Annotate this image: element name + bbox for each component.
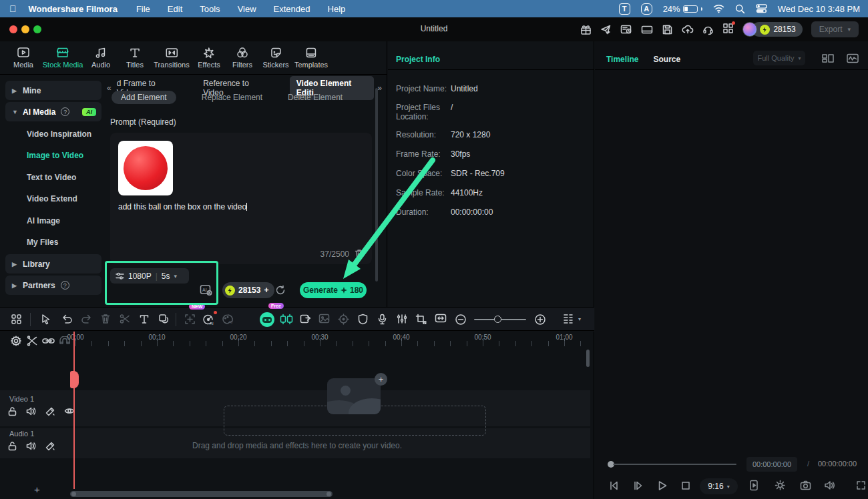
- crop-rotate-icon[interactable]: [415, 314, 427, 324]
- battery-indicator[interactable]: 24%: [663, 4, 702, 14]
- workspace-grid-icon[interactable]: [11, 314, 22, 325]
- save-icon[interactable]: [662, 24, 673, 35]
- touchbar-icon[interactable]: [641, 25, 653, 35]
- app-menu-title[interactable]: Wondershare Filmora: [29, 4, 118, 14]
- subtab-add-element[interactable]: Add Element: [112, 91, 176, 104]
- export-frame-icon[interactable]: [300, 314, 311, 324]
- tab-stickers[interactable]: Stickers: [262, 47, 288, 69]
- snapshot-camera-icon[interactable]: [800, 480, 811, 490]
- apps-grid-button[interactable]: [722, 23, 734, 37]
- menubar-clock[interactable]: Wed Dec 10 3:48 PM: [778, 4, 860, 14]
- portrait-preview-icon[interactable]: [749, 480, 758, 491]
- credits-balance[interactable]: 28153 +: [222, 282, 274, 298]
- ai-fit-icon[interactable]: [184, 314, 196, 325]
- add-media-plus-icon[interactable]: +: [375, 373, 387, 386]
- sidebar-item-ai-image[interactable]: AI Image: [27, 211, 60, 230]
- account-credits[interactable]: 28153: [742, 22, 802, 37]
- sidebar-item-video-extend[interactable]: Video Extend: [27, 189, 77, 208]
- tab-templates[interactable]: Templates: [294, 47, 328, 69]
- spotlight-search-icon[interactable]: [735, 4, 745, 14]
- apple-menu-icon[interactable]: : [9, 3, 17, 14]
- mask-shape-icon[interactable]: [158, 314, 170, 324]
- color-palette-ai-icon[interactable]: AI: [222, 314, 234, 325]
- ai-grid-icon[interactable]: [280, 314, 293, 325]
- gift-icon[interactable]: [580, 24, 592, 35]
- undo-icon[interactable]: [61, 314, 73, 324]
- tab-transitions[interactable]: Transitions: [154, 47, 189, 69]
- audio-mixer-icon[interactable]: [397, 314, 407, 324]
- zoom-slider-handle[interactable]: [494, 316, 501, 323]
- sidebar-item-my-files[interactable]: My Files: [27, 232, 58, 252]
- menu-tools[interactable]: Tools: [200, 4, 220, 14]
- shield-mask-icon[interactable]: [358, 314, 368, 325]
- control-center-icon[interactable]: [756, 4, 767, 13]
- sidebar-group-library[interactable]: ▶ Library: [5, 254, 101, 274]
- stop-icon[interactable]: [681, 481, 690, 490]
- tab-effects[interactable]: Effects: [198, 47, 220, 69]
- add-track-button[interactable]: +: [34, 484, 40, 495]
- statusbar-a-icon[interactable]: A: [641, 3, 652, 15]
- timeline-horizontal-scrollbar[interactable]: [70, 491, 333, 497]
- tab-titles[interactable]: Titles: [126, 47, 144, 69]
- aspect-ratio-selector[interactable]: 9:16▾: [700, 478, 738, 494]
- refresh-icon[interactable]: [275, 285, 286, 296]
- link-clips-icon[interactable]: [42, 336, 55, 346]
- quality-selector[interactable]: Full Quality▾: [753, 51, 805, 65]
- tabs-scroll-left-icon[interactable]: «: [107, 83, 112, 93]
- timeline-settings-gear-icon[interactable]: [11, 336, 21, 346]
- sidebar-item-text-to-video[interactable]: Text to Video: [27, 167, 76, 187]
- split-view-icon[interactable]: [822, 53, 834, 63]
- delete-icon[interactable]: [101, 314, 110, 324]
- speed-ramp-icon[interactable]: AI: [202, 314, 214, 326]
- panel-scrollbar[interactable]: [375, 88, 378, 282]
- scrubber-track[interactable]: [613, 464, 736, 465]
- support-headset-icon[interactable]: [702, 24, 714, 35]
- redo-icon[interactable]: [81, 314, 92, 324]
- statusbar-t-icon[interactable]: T: [619, 3, 630, 15]
- sidebar-item-video-inspiration[interactable]: Video Inspiration: [27, 124, 91, 143]
- text-tool-icon[interactable]: [139, 314, 150, 324]
- quick-split-icon[interactable]: [27, 336, 38, 346]
- tabs-scroll-right-icon[interactable]: »: [377, 83, 382, 93]
- play-icon[interactable]: [657, 480, 668, 491]
- menu-view[interactable]: View: [238, 4, 256, 14]
- wifi-icon[interactable]: [713, 4, 724, 13]
- volume-icon[interactable]: [824, 480, 835, 490]
- prompt-text-input[interactable]: add this ball on the box on the video: [118, 202, 364, 211]
- record-voiceover-icon[interactable]: [378, 314, 387, 325]
- sidebar-item-image-to-video[interactable]: Image to Video: [27, 145, 83, 165]
- previous-frame-icon[interactable]: [608, 480, 620, 491]
- image-overlay-icon[interactable]: [318, 314, 330, 324]
- sidebar-group-ai-media[interactable]: ▼ AI Media ? AI: [5, 102, 101, 121]
- tab-timeline[interactable]: Timeline: [606, 55, 638, 64]
- export-button[interactable]: Export▾: [811, 21, 859, 37]
- mute-track-icon[interactable]: [26, 407, 36, 416]
- playhead-line[interactable]: [73, 332, 75, 489]
- sidebar-group-mine[interactable]: ▶ Mine: [5, 81, 101, 100]
- enhance-track-icon[interactable]: [45, 407, 55, 416]
- tab-media[interactable]: Media: [13, 47, 33, 69]
- scopes-icon[interactable]: [847, 53, 859, 63]
- split-scissors-icon[interactable]: [120, 314, 130, 324]
- help-icon[interactable]: ?: [61, 281, 69, 290]
- help-icon[interactable]: ?: [61, 107, 69, 116]
- playhead-handle[interactable]: [70, 371, 79, 388]
- ai-copilot-icon[interactable]: [260, 312, 274, 327]
- zoom-out-icon[interactable]: [455, 314, 467, 326]
- playback-settings-icon[interactable]: [775, 480, 786, 491]
- tab-stock-media[interactable]: Stock Media: [43, 47, 83, 69]
- menu-help[interactable]: Help: [328, 4, 346, 14]
- send-promote-icon[interactable]: [600, 24, 612, 35]
- prompt-image-thumbnail[interactable]: [118, 141, 173, 195]
- motion-tracking-icon[interactable]: [338, 314, 349, 325]
- render-queue-icon[interactable]: [620, 24, 632, 35]
- fullscreen-icon[interactable]: [856, 480, 866, 490]
- tab-audio[interactable]: Audio: [91, 47, 110, 69]
- menu-edit[interactable]: Edit: [168, 4, 182, 14]
- lock-track-icon[interactable]: [8, 407, 17, 416]
- generate-button[interactable]: Generate 180: [300, 282, 367, 298]
- prompt-input-area[interactable]: add this ball on the box on the video 37…: [110, 133, 372, 264]
- zoom-in-icon[interactable]: [534, 314, 546, 326]
- tab-filters[interactable]: Filters: [232, 47, 252, 69]
- track-height-icon[interactable]: [563, 314, 574, 326]
